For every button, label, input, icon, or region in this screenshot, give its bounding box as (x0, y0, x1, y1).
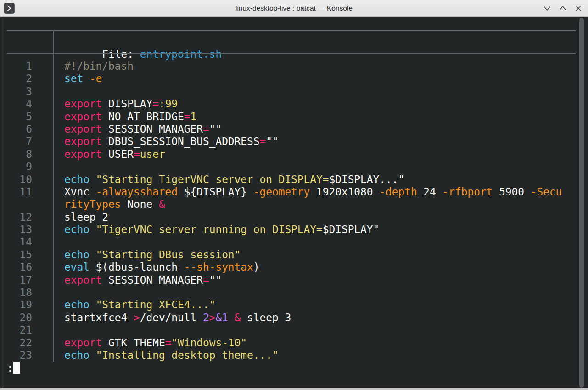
konsole-terminal-icon (4, 3, 15, 14)
code-line: 13echo "TigerVNC server running on DISPL… (0, 223, 588, 236)
line-number: 9 (0, 161, 32, 173)
line-content: rityTypes None & (64, 198, 165, 210)
close-x-icon (573, 3, 583, 13)
code-line: 16eval $(dbus-launch --sh-syntax) (0, 261, 588, 273)
code-line: 14 (0, 236, 588, 248)
line-content: echo "TigerVNC server running on DISPLAY… (64, 223, 379, 235)
code-line: 22export GTK_THEME="Windows-10" (0, 337, 588, 349)
code-line: 20startxfce4 >/dev/null 2>&1 & sleep 3 (0, 312, 588, 324)
line-number: 14 (0, 236, 32, 248)
line-content: export SESSION_MANAGER="" (64, 123, 222, 135)
terminal-cursor (13, 362, 20, 374)
code-line: 6export SESSION_MANAGER="" (0, 123, 588, 135)
line-content: #!/bin/bash (64, 60, 134, 72)
code-line: 15echo "Starting DBus session" (0, 249, 588, 261)
line-number: 8 (0, 148, 32, 161)
line-number: 15 (0, 249, 32, 261)
pager-colon: : (7, 362, 13, 374)
pager-prompt: : (7, 362, 20, 374)
line-content: echo "Starting TigerVNC server on DISPLA… (64, 173, 404, 185)
line-content: export GTK_THEME="Windows-10" (64, 337, 247, 349)
code-line: 19echo "Starting XFCE4..." (0, 299, 588, 311)
window-border-bottom (0, 388, 588, 390)
line-content: startxfce4 >/dev/null 2>&1 & sleep 3 (64, 312, 291, 323)
line-number: 18 (0, 286, 32, 299)
close-button[interactable] (573, 3, 583, 13)
code-line: 7export DBUS_SESSION_BUS_ADDRESS="" (0, 135, 588, 148)
terminal-screen[interactable]: File: entrypoint.sh 1#!/bin/bash2set -e3… (0, 17, 588, 390)
line-number: 17 (0, 274, 32, 286)
line-content: Xvnc -alwaysshared ${DISPLAY} -geometry … (64, 186, 562, 198)
window-controls (542, 0, 583, 17)
chevron-up-icon (558, 3, 568, 13)
maximize-button[interactable] (558, 3, 568, 13)
line-number: 12 (0, 211, 32, 223)
code-line: 17export SESSION_MANAGER="" (0, 274, 588, 286)
line-number: 1 (0, 60, 32, 72)
line-number: 6 (0, 123, 32, 135)
bat-mid-rule (7, 53, 576, 54)
line-content: set -e (64, 72, 102, 84)
line-content: export DBUS_SESSION_BUS_ADDRESS="" (64, 135, 279, 147)
code-line: 1#!/bin/bash (0, 60, 588, 72)
file-name: entrypoint.sh (140, 48, 222, 60)
line-content: export DISPLAY=:99 (64, 98, 178, 110)
code-line: 23echo "Installing desktop theme..." (0, 349, 588, 362)
line-content: echo "Starting XFCE4..." (64, 299, 215, 311)
line-number: 3 (0, 85, 32, 98)
code-line: 3 (0, 85, 588, 98)
line-content: eval $(dbus-launch --sh-syntax) (64, 261, 260, 273)
code-line: 10echo "Starting TigerVNC server on DISP… (0, 173, 588, 186)
code-line: 5export NO_AT_BRIDGE=1 (0, 111, 588, 123)
minimize-button[interactable] (542, 3, 552, 13)
line-number: 4 (0, 98, 32, 110)
scrollbar-handle[interactable] (579, 18, 584, 388)
line-number: 2 (0, 72, 32, 85)
line-content: export SESSION_MANAGER="" (64, 274, 222, 286)
code-line: 8export USER=user (0, 148, 588, 161)
line-number: 10 (0, 173, 32, 186)
code-line: 9 (0, 161, 588, 173)
window-title: linux-desktop-live : batcat — Konsole (235, 4, 353, 12)
line-number: 23 (0, 349, 32, 362)
code-line: 11Xvnc -alwaysshared ${DISPLAY} -geometr… (0, 186, 588, 198)
bat-top-rule (7, 30, 576, 31)
line-number: 20 (0, 312, 32, 324)
line-number: 16 (0, 261, 32, 273)
line-content: export USER=user (64, 148, 165, 160)
line-content: sleep 2 (64, 211, 108, 223)
code-line: 12sleep 2 (0, 211, 588, 223)
chevron-down-icon (542, 3, 552, 13)
bat-file-header: File: entrypoint.sh (0, 35, 588, 48)
line-content: echo "Starting DBus session" (64, 249, 241, 261)
code-line: 4export DISPLAY=:99 (0, 98, 588, 110)
code-line: 2set -e (0, 72, 588, 85)
code-rows: 1#!/bin/bash2set -e34export DISPLAY=:995… (0, 60, 588, 362)
line-number: 22 (0, 337, 32, 349)
line-number: 21 (0, 324, 32, 336)
line-number: 5 (0, 111, 32, 123)
konsole-window: linux-desktop-live : batcat — Konsole (0, 0, 588, 390)
line-content: export NO_AT_BRIDGE=1 (64, 111, 196, 123)
code-line: 18 (0, 286, 588, 299)
line-number: 11 (0, 186, 32, 198)
file-label: File: (102, 48, 140, 60)
line-number: 7 (0, 135, 32, 148)
code-line: rityTypes None & (0, 198, 588, 211)
line-number: 13 (0, 223, 32, 236)
line-content: echo "Installing desktop theme..." (64, 349, 279, 361)
line-number: 19 (0, 299, 32, 311)
window-border-left (0, 17, 0, 390)
code-line: 21 (0, 324, 588, 336)
titlebar[interactable]: linux-desktop-live : batcat — Konsole (0, 0, 588, 17)
